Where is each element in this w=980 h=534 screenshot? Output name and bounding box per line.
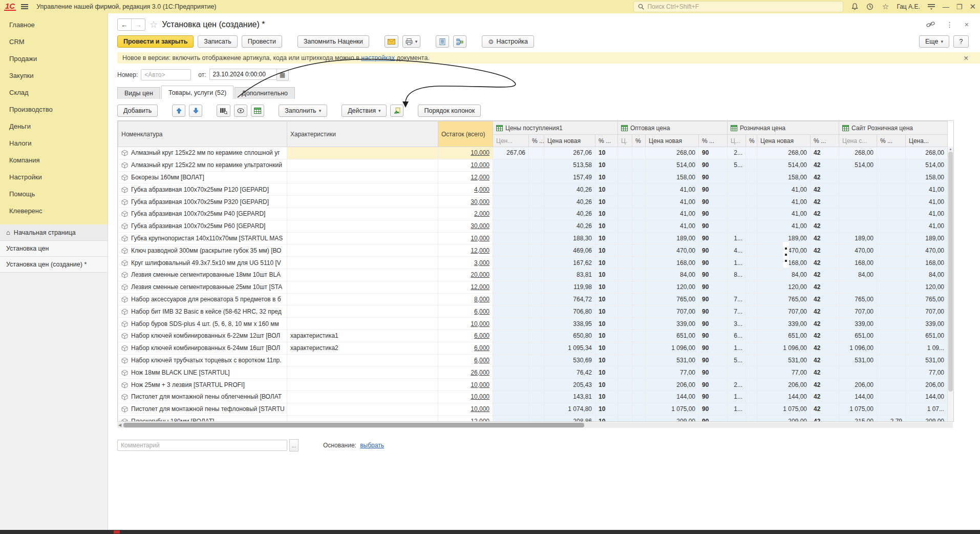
- price-group-header[interactable]: Цены поступления1: [493, 121, 618, 135]
- cell-char[interactable]: [287, 391, 438, 403]
- cell-empty[interactable]: [618, 208, 632, 220]
- table-row[interactable]: Губка абразивная 100х70х25мм Р40 [GEPARD…: [118, 208, 948, 220]
- cell-c1_pct[interactable]: 10: [595, 379, 618, 391]
- cell-empty[interactable]: [618, 379, 632, 391]
- cell-c2_pct[interactable]: 90: [699, 379, 728, 391]
- cell-c3_pct[interactable]: 42: [811, 342, 839, 354]
- cell-stock-link[interactable]: 6,000: [438, 342, 493, 354]
- cell-c3_old[interactable]: 7...: [728, 305, 746, 318]
- cell-stock-link[interactable]: 2,000: [438, 208, 493, 220]
- cell-c1_old[interactable]: [493, 366, 529, 379]
- cell-c4_new[interactable]: 651,00: [906, 330, 948, 342]
- cell-empty[interactable]: [529, 232, 544, 244]
- cell-c2_pct[interactable]: 90: [699, 305, 728, 318]
- export-button[interactable]: [390, 105, 403, 117]
- cell-char[interactable]: [287, 257, 438, 269]
- cell-c4_pct[interactable]: [877, 342, 906, 354]
- subcolumn-header[interactable]: Цена новая: [757, 135, 811, 147]
- cell-c1_pct[interactable]: 10: [595, 171, 618, 183]
- cell-stock-link[interactable]: 6,000: [438, 354, 493, 366]
- cell-c1_new[interactable]: 188,30: [544, 232, 595, 244]
- cell-c2_pct[interactable]: 90: [699, 244, 728, 257]
- cell-empty[interactable]: [632, 183, 646, 196]
- cell-nomenclature[interactable]: Губка абразивная 100х70х25мм Р60 [GEPARD…: [118, 220, 287, 232]
- post-button[interactable]: Провести: [242, 35, 282, 48]
- cell-char[interactable]: [287, 269, 438, 281]
- cell-empty[interactable]: [618, 269, 632, 281]
- user-name[interactable]: Гац А.Е.: [897, 3, 920, 10]
- cell-c4_pct[interactable]: [877, 171, 906, 183]
- cell-nomenclature[interactable]: Нож 25мм + 3 лезвия [STARTUL PROFI]: [118, 379, 287, 391]
- cell-empty[interactable]: [529, 147, 544, 159]
- cell-empty[interactable]: [618, 281, 632, 293]
- cell-char[interactable]: [287, 366, 438, 379]
- cell-stock-link[interactable]: 12,000: [438, 244, 493, 257]
- sidebar-item[interactable]: Компания: [0, 152, 108, 169]
- cell-c4_old[interactable]: 1 075,00: [839, 403, 877, 415]
- cell-c2_pct[interactable]: 90: [699, 342, 728, 354]
- window-close-button[interactable]: ✕: [969, 2, 976, 11]
- cell-c1_pct[interactable]: 10: [595, 415, 618, 422]
- cell-empty[interactable]: [529, 171, 544, 183]
- cell-c1_old[interactable]: [493, 403, 529, 415]
- cell-empty[interactable]: [529, 220, 544, 232]
- cell-stock-link[interactable]: 26,000: [438, 366, 493, 379]
- notice-settings-link[interactable]: настройках: [361, 54, 395, 61]
- cell-c1_pct[interactable]: 10: [595, 147, 618, 159]
- cell-c1_old[interactable]: [493, 269, 529, 281]
- cell-c3_pct[interactable]: 42: [811, 281, 839, 293]
- cell-c4_new[interactable]: 531,00: [906, 354, 948, 366]
- cell-c3_pct[interactable]: 42: [811, 171, 839, 183]
- cell-c1_new[interactable]: 119,98: [544, 281, 595, 293]
- cell-c3_old[interactable]: [728, 208, 746, 220]
- cell-empty[interactable]: [746, 293, 757, 305]
- cell-empty[interactable]: [618, 147, 632, 159]
- cell-c3_old[interactable]: 2...: [728, 379, 746, 391]
- subcolumn-header[interactable]: % ...: [595, 135, 618, 147]
- table-row[interactable]: Губка крупнопористая 140х110х70мм [START…: [118, 232, 948, 244]
- cell-c4_new[interactable]: 268,00: [906, 147, 948, 159]
- sidebar-item[interactable]: Помощь: [0, 186, 108, 202]
- cell-c4_pct[interactable]: [877, 159, 906, 171]
- cell-stock-link[interactable]: 6,000: [438, 330, 493, 342]
- cell-char[interactable]: [287, 403, 438, 415]
- cell-c4_new[interactable]: 1 09...: [906, 342, 948, 354]
- cell-c1_old[interactable]: [493, 196, 529, 208]
- sidebar-item[interactable]: Деньги: [0, 118, 108, 135]
- cell-empty[interactable]: [632, 257, 646, 269]
- cell-empty[interactable]: [632, 318, 646, 330]
- cell-empty[interactable]: [632, 342, 646, 354]
- cell-empty[interactable]: [529, 330, 544, 342]
- cell-c1_old[interactable]: [493, 354, 529, 366]
- cell-c2_new[interactable]: 707,00: [646, 305, 699, 318]
- cell-char[interactable]: [287, 281, 438, 293]
- cell-c4_old[interactable]: 168,00: [839, 257, 877, 269]
- cell-empty[interactable]: [632, 208, 646, 220]
- cell-c2_pct[interactable]: 90: [699, 391, 728, 403]
- cell-c3_old[interactable]: [728, 415, 746, 422]
- cell-c4_pct[interactable]: [877, 183, 906, 196]
- cell-c1_old[interactable]: [493, 318, 529, 330]
- cell-char[interactable]: [287, 183, 438, 196]
- table-row[interactable]: Лезвия сменные сегментированные 25мм 10ш…: [118, 281, 948, 293]
- cell-empty[interactable]: [529, 159, 544, 171]
- cell-empty[interactable]: [746, 379, 757, 391]
- cell-c2_pct[interactable]: 90: [699, 171, 728, 183]
- cell-c1_pct[interactable]: 10: [595, 318, 618, 330]
- cell-char[interactable]: [287, 293, 438, 305]
- cell-c3_pct[interactable]: 42: [811, 208, 839, 220]
- cell-c1_old[interactable]: [493, 305, 529, 318]
- cell-c1_new[interactable]: 83,81: [544, 269, 595, 281]
- notifications-bell-icon[interactable]: [850, 3, 859, 11]
- cell-c4_new[interactable]: 120,00: [906, 281, 948, 293]
- cell-empty[interactable]: [618, 159, 632, 171]
- cell-empty[interactable]: [632, 159, 646, 171]
- cell-c4_new[interactable]: 84,00: [906, 269, 948, 281]
- notice-close-icon[interactable]: ✕: [964, 54, 969, 62]
- cell-c2_new[interactable]: 77,00: [646, 366, 699, 379]
- nav-forward-button[interactable]: →: [132, 19, 145, 30]
- cell-c4_new[interactable]: 1 07...: [906, 403, 948, 415]
- subcolumn-header[interactable]: Цена новая: [544, 135, 595, 147]
- cell-c4_pct[interactable]: [877, 379, 906, 391]
- global-search-input[interactable]: Поиск Ctrl+Shift+F: [633, 1, 843, 12]
